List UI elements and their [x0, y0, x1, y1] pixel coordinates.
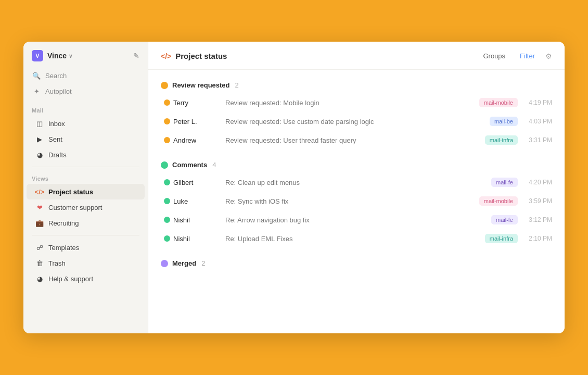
- notif-time: 4:03 PM: [526, 118, 552, 125]
- table-row[interactable]: AndrewReview requested: User thread fast…: [148, 131, 565, 149]
- notif-dot-wrap: [161, 179, 173, 185]
- notif-tag: mail-be: [490, 117, 518, 126]
- sent-label: Sent: [48, 135, 62, 143]
- search-label: Search: [45, 72, 67, 80]
- main-header: </> Project status Groups Filter ⚙: [148, 42, 565, 70]
- sidebar-header: V Vince ∨ ✎: [23, 50, 148, 68]
- group-dot-comments: [161, 161, 168, 169]
- sidebar-item-customer-support[interactable]: ❤ Customer support: [27, 199, 145, 215]
- notif-sender: Terry: [173, 99, 225, 107]
- briefcase-icon: 💼: [35, 218, 44, 228]
- notif-sender: Nishil: [173, 216, 225, 224]
- main-content: </> Project status Groups Filter ⚙ Revie…: [148, 42, 565, 333]
- notif-time: 3:59 PM: [526, 197, 552, 205]
- sent-icon: ▶: [35, 134, 44, 144]
- trash-icon: 🗑: [35, 258, 44, 268]
- notif-status-dot: [164, 118, 170, 124]
- notif-tag: mail-fe: [491, 178, 518, 187]
- group-label-comments: Comments: [172, 161, 207, 169]
- search-icon: 🔍: [32, 71, 41, 80]
- group-section-merged: Merged2: [148, 252, 565, 276]
- sidebar-item-drafts[interactable]: ◕ Drafts: [27, 147, 145, 162]
- header-actions: Groups Filter ⚙: [479, 50, 552, 62]
- table-row[interactable]: Peter L.Review requested: Use custom dat…: [148, 112, 565, 131]
- views-section-label: Views: [23, 171, 148, 184]
- notif-dot-wrap: [161, 217, 173, 223]
- group-header-comments: Comments4: [148, 154, 565, 173]
- app-window: V Vince ∨ ✎ 🔍 Search ✦ Autopilot Mail ◫ …: [23, 42, 565, 333]
- notif-sender: Nishil: [173, 235, 225, 243]
- notif-time: 2:10 PM: [526, 235, 552, 242]
- drafts-label: Drafts: [48, 151, 67, 159]
- chevron-down-icon: ∨: [69, 53, 72, 59]
- notif-message: Re: Upload EML Fixes: [225, 235, 485, 243]
- filter-button[interactable]: Filter: [516, 50, 539, 62]
- page-title: Project status: [175, 52, 227, 60]
- notif-status-dot: [164, 179, 170, 185]
- notif-sender: Peter L.: [173, 118, 225, 126]
- groups-button[interactable]: Groups: [479, 50, 509, 62]
- group-count-merged: 2: [201, 259, 205, 267]
- autopilot-item[interactable]: ✦ Autopilot: [23, 83, 148, 99]
- notif-dot-wrap: [161, 198, 173, 204]
- group-section-review-requested: Review requested2TerryReview requested: …: [148, 74, 565, 154]
- notif-dot-wrap: [161, 235, 173, 242]
- notif-sender: Andrew: [173, 136, 225, 144]
- group-dot-review-requested: [161, 82, 168, 89]
- table-row[interactable]: GilbertRe: Clean up edit menusmail-fe4:2…: [148, 173, 565, 192]
- notif-tag: mail-infra: [485, 234, 518, 243]
- notif-message: Review requested: Mobile login: [225, 99, 479, 107]
- sidebar-item-help[interactable]: ◕ Help & support: [27, 271, 145, 286]
- sidebar: V Vince ∨ ✎ 🔍 Search ✦ Autopilot Mail ◫ …: [23, 42, 148, 333]
- trash-label: Trash: [48, 259, 66, 267]
- notif-status-dot: [164, 137, 170, 143]
- sidebar-item-templates[interactable]: ☍ Templates: [27, 240, 145, 255]
- sidebar-divider-2: [32, 235, 139, 235]
- notif-tag: mail-mobile: [479, 196, 518, 206]
- group-label-merged: Merged: [172, 259, 196, 267]
- gear-icon[interactable]: ⚙: [545, 52, 552, 60]
- table-row[interactable]: LukeRe: Sync with iOS fixmail-mobile3:59…: [148, 192, 565, 210]
- notif-message: Review requested: Use custom date parsin…: [225, 118, 490, 126]
- main-title: </> Project status: [161, 52, 227, 60]
- help-label: Help & support: [48, 275, 93, 283]
- title-code-icon: </>: [161, 52, 171, 60]
- user-name-section[interactable]: V Vince ∨: [32, 50, 72, 61]
- customer-support-label: Customer support: [48, 204, 102, 211]
- notif-time: 3:31 PM: [526, 136, 552, 144]
- code-icon: </>: [35, 187, 44, 196]
- table-row[interactable]: TerryReview requested: Mobile loginmail-…: [148, 93, 565, 112]
- table-row[interactable]: NishilRe: Arrow navigation bug fixmail-f…: [148, 210, 565, 229]
- notif-message: Re: Arrow navigation bug fix: [225, 216, 491, 224]
- sidebar-divider-1: [32, 167, 139, 167]
- notif-status-dot: [164, 217, 170, 223]
- user-name-label: Vince: [47, 52, 67, 60]
- templates-label: Templates: [48, 244, 79, 252]
- notif-tag: mail-mobile: [479, 98, 518, 107]
- notif-time: 4:19 PM: [526, 99, 552, 106]
- user-avatar: V: [32, 50, 43, 61]
- notif-time: 4:20 PM: [526, 179, 552, 186]
- group-count-review-requested: 2: [235, 81, 239, 89]
- notif-status-dot: [164, 235, 170, 242]
- compose-icon[interactable]: ✎: [133, 52, 139, 60]
- search-item[interactable]: 🔍 Search: [23, 68, 148, 83]
- templates-icon: ☍: [35, 243, 44, 252]
- group-dot-merged: [161, 260, 168, 267]
- notif-sender: Gilbert: [173, 179, 225, 186]
- sidebar-item-trash[interactable]: 🗑 Trash: [27, 255, 145, 271]
- notif-status-dot: [164, 99, 170, 106]
- notif-tag: mail-fe: [491, 215, 518, 224]
- sidebar-item-sent[interactable]: ▶ Sent: [27, 131, 145, 147]
- table-row[interactable]: NishilRe: Upload EML Fixesmail-infra2:10…: [148, 229, 565, 248]
- recruiting-label: Recruiting: [48, 219, 79, 227]
- heart-icon: ❤: [35, 203, 44, 212]
- notif-status-dot: [164, 198, 170, 204]
- notif-message: Re: Sync with iOS fix: [225, 197, 479, 205]
- sidebar-item-project-status[interactable]: </> Project status: [27, 184, 145, 199]
- sidebar-item-recruiting[interactable]: 💼 Recruiting: [27, 215, 145, 231]
- notif-dot-wrap: [161, 118, 173, 124]
- notif-message: Review requested: User thread faster que…: [225, 136, 485, 144]
- sidebar-item-inbox[interactable]: ◫ Inbox: [27, 116, 145, 131]
- notif-tag: mail-infra: [485, 135, 518, 145]
